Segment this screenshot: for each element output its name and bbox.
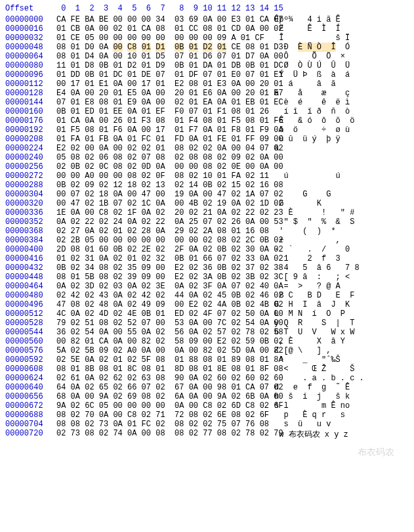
offset-cell[interactable]: 00000688 [3,410,51,420]
ascii-cell[interactable]: " $ " % & S [266,217,411,227]
ascii-cell[interactable] [266,153,411,162]
hex-cell[interactable]: 00 07 02 18 0A 00 47 00 19 0A 00 47 02 1… [51,190,266,199]
hex-cell[interactable]: 0B 02 09 02 12 18 02 13 02 14 0B 02 15 0… [51,181,266,190]
offset-cell[interactable]: 00000240 [3,153,51,162]
ascii-cell[interactable]: Ô Õ Ö × [266,52,411,61]
offset-cell[interactable]: 00000304 [3,190,51,199]
ascii-cell[interactable]: ` . a . b . c . [266,374,411,383]
hex-cell[interactable]: 00 47 02 1B 07 02 1C 0A 00 4B 02 19 0A 0… [51,199,266,208]
hex-cell[interactable]: E2 02 00 0A 00 02 02 01 08 02 02 0A 00 0… [51,144,266,153]
offset-cell[interactable]: 00000400 [3,245,51,254]
hex-cell[interactable]: 01 02 31 0A 02 01 02 32 0B 01 66 07 02 3… [51,254,266,263]
ascii-cell[interactable]: [ 9 â : ; < [266,273,411,282]
offset-cell[interactable]: 00000416 [3,254,51,263]
hex-cell[interactable]: 02 2B 05 00 00 00 00 00 00 00 02 08 02 2… [51,236,266,245]
offset-cell[interactable]: 00000080 [3,61,51,70]
offset-cell[interactable]: 00000256 [3,162,51,171]
hex-cell[interactable]: 68 0A 00 9A 02 69 08 02 6A 0A 00 9A 02 6… [51,392,266,401]
hex-cell[interactable]: 01 DD 0B 01 DC 01 DE 07 01 DF 07 01 E0 0… [51,70,266,79]
hex-cell[interactable]: 02 27 0A 02 01 02 28 0A 29 02 2A 08 01 1… [51,227,266,236]
hex-cell[interactable]: 36 02 54 0A 00 55 0A 02 56 0A 02 57 02 7… [51,328,266,337]
offset-cell[interactable]: 00000368 [3,227,51,236]
hex-cell[interactable]: 01 CB 0A 00 02 01 CA 08 01 CC 08 01 CD 0… [51,24,266,33]
ascii-cell[interactable]: + , [266,236,411,245]
ascii-cell[interactable]: Êþº¾ 4 i ã Ê [266,15,411,24]
hex-cell[interactable]: 2D 08 01 60 0B 02 2E 02 2F 0A 02 0B 02 3… [51,245,266,254]
offset-cell[interactable]: 00000272 [3,171,51,181]
ascii-cell[interactable]: = > ? @ A [266,282,411,291]
hex-cell[interactable]: 0B 01 ED 01 EE 0A 01 EF F0 07 01 F1 08 0… [51,107,266,116]
ascii-cell[interactable]: w 布衣码农 x y z [266,429,411,440]
offset-cell[interactable]: 00000336 [3,208,51,217]
offset-cell[interactable]: 00000528 [3,319,51,328]
offset-cell[interactable]: 00000160 [3,107,51,116]
hex-cell[interactable]: 08 01 D4 0A 00 10 01 D5 07 01 D6 07 01 D… [51,52,266,61]
ascii-cell[interactable]: - ` . / 0 [266,245,411,254]
offset-cell[interactable]: 00000384 [3,236,51,245]
offset-cell[interactable]: 00000352 [3,217,51,227]
offset-cell[interactable]: 00000512 [3,309,51,319]
hex-cell[interactable]: 08 08 02 73 0A 01 FC 02 08 02 02 75 07 7… [51,420,266,429]
ascii-cell[interactable]: d e f g ˜ Ê [266,383,411,392]
hex-cell[interactable]: 79 02 51 08 02 52 07 00 53 0A 00 7C 02 5… [51,319,266,328]
hex-cell[interactable]: 0A 02 3D 02 03 0A 02 3E 0A 02 3F 0A 07 0… [51,282,266,291]
offset-cell[interactable]: 00000128 [3,89,51,98]
offset-cell[interactable]: 00000112 [3,79,51,89]
offset-cell[interactable]: 00000448 [3,273,51,282]
ascii-cell[interactable]: Ê & ó ô õ ö [266,116,411,125]
offset-cell[interactable]: 00000656 [3,392,51,401]
hex-cell[interactable]: 47 08 02 48 0A 02 49 09 00 E2 02 4A 0B 0… [51,300,266,309]
offset-cell[interactable]: 00000192 [3,125,51,135]
hex-cell[interactable]: 02 42 02 43 0A 02 42 02 44 0A 02 45 0B 0… [51,291,266,300]
ascii-cell[interactable]: h š i j š k [266,392,411,401]
offset-cell[interactable]: 00000704 [3,420,51,429]
hex-cell[interactable]: 9A 02 6C 05 00 00 00 00 0A 00 C8 02 6D C… [51,401,266,410]
ascii-cell[interactable]: Z [@ \ ] , [266,346,411,355]
ascii-cell[interactable]: í î ï ð ñ ò [266,107,411,116]
ascii-cell[interactable]: G G [266,190,411,199]
hex-cell[interactable]: 02 0B 02 0C 08 02 0D 0A 00 00 08 02 0E 0… [51,162,266,171]
hex-cell[interactable]: 01 CE 05 00 00 00 00 00 00 00 00 09 A 01… [51,33,266,43]
offset-cell[interactable]: 00000672 [3,401,51,410]
ascii-cell[interactable]: G K [266,199,411,208]
offset-cell[interactable]: 00000016 [3,24,51,33]
ascii-cell[interactable]: , È X â Y [266,337,411,346]
ascii-cell[interactable]: L M N í O P [266,309,411,319]
offset-cell[interactable]: 00000288 [3,181,51,190]
hex-cell[interactable]: 02 61 0A 02 62 02 63 08 90 0A 02 60 02 6… [51,374,266,383]
ascii-cell[interactable]: Ý Ü Þ ß à á [266,70,411,79]
hex-cell[interactable]: 08 01 5B 08 02 39 09 00 E2 02 3A 0B 02 3… [51,273,266,282]
hex-cell[interactable]: 00 00 A0 00 00 08 02 0F 08 02 10 01 FA 0… [51,171,266,181]
ascii-cell[interactable]: ä å æ ç [266,89,411,98]
hex-cell[interactable]: 02 5E 0A 02 01 02 5F 08 01 88 08 01 89 0… [51,355,266,365]
hex-cell[interactable]: 0B 02 34 08 02 35 09 00 E2 02 36 0B 02 3… [51,263,266,273]
offset-cell[interactable]: 00000608 [3,365,51,374]
ascii-cell[interactable]: á â ã [266,79,411,89]
ascii-cell[interactable]: ' ( ) * [266,227,411,236]
offset-cell[interactable]: 00000432 [3,263,51,273]
ascii-cell[interactable]: È ! " # [266,208,411,217]
hex-cell[interactable]: 4C 0A 02 4D 02 4E 0B 01 ED 02 4F 07 02 5… [51,309,266,319]
offset-cell[interactable]: 00000000 [3,15,51,24]
ascii-cell[interactable]: Ë Ê Ì Í [266,24,411,33]
ascii-cell[interactable] [266,181,411,190]
hex-cell[interactable]: 07 01 E8 08 01 E9 0A 00 02 01 EA 0A 01 E… [51,98,266,107]
ascii-cell[interactable]: ú û ü ý þ ÿ [266,135,411,144]
hex-cell[interactable]: 08 01 D0 0A 00 C8 01 D1 0B 01 D2 01 CE 0… [51,43,266,52]
offset-cell[interactable]: 00000720 [3,429,51,440]
hex-cell[interactable]: 05 08 02 06 08 02 07 08 02 08 08 02 09 0… [51,153,266,162]
offset-cell[interactable]: 00000176 [3,116,51,125]
offset-cell[interactable]: 00000320 [3,199,51,208]
ascii-cell[interactable]: < Œ Ž Š [266,365,411,374]
offset-cell[interactable]: 00000224 [3,144,51,153]
offset-cell[interactable]: 00000064 [3,52,51,61]
ascii-cell[interactable]: Ð È Ñ Ò Î Ó [266,43,411,52]
ascii-cell[interactable]: õ ö ÷ ø ù [266,125,411,135]
ascii-cell[interactable]: p È q r s [266,410,411,420]
ascii-cell[interactable]: è é ê ë ì [266,98,411,107]
offset-cell[interactable]: 00000576 [3,346,51,355]
hex-cell[interactable]: 01 CA 0A 00 26 01 F3 08 01 F4 08 01 F5 0… [51,116,266,125]
hex-cell[interactable]: 1E 0A 00 C8 02 1F 0A 02 20 02 21 0A 02 2… [51,208,266,217]
ascii-cell[interactable]: y Q R S | T [266,319,411,328]
hex-cell[interactable]: CA FE BA BE 00 00 00 34 03 69 0A 00 E3 0… [51,15,266,24]
